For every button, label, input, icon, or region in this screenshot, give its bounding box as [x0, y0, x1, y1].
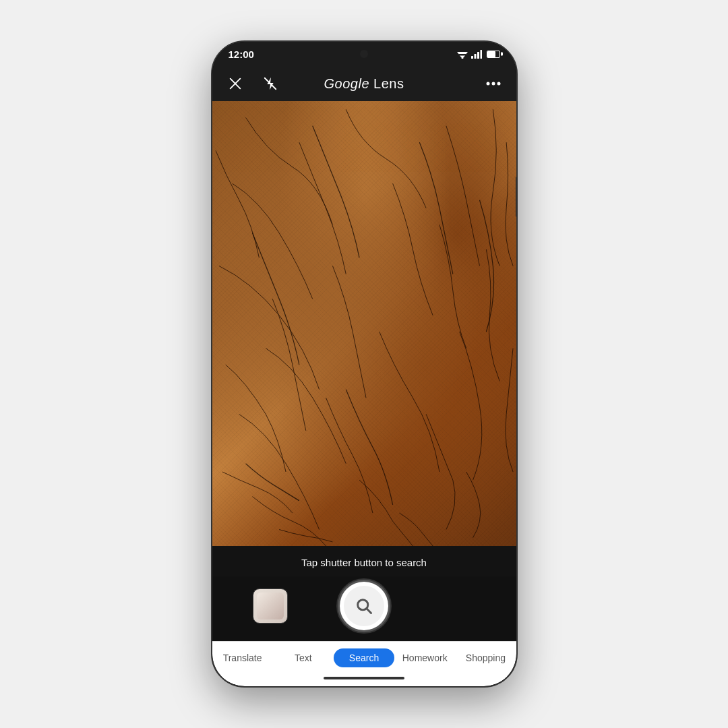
close-icon — [228, 76, 243, 91]
shutter-inner — [344, 586, 384, 626]
wifi-icon — [457, 50, 468, 59]
tab-text[interactable]: Text — [273, 648, 334, 667]
camera-view[interactable] — [212, 101, 516, 546]
flash-icon — [263, 76, 278, 91]
skin-texture-bg — [212, 101, 516, 546]
tabs-row: Translate Text Search Homework Shopping — [212, 641, 516, 673]
search-lens-icon — [355, 597, 373, 615]
svg-rect-4 — [471, 56, 473, 59]
camera-notch — [360, 50, 368, 58]
more-options-button[interactable] — [481, 71, 506, 96]
volume-button[interactable] — [516, 177, 518, 217]
status-icons — [457, 50, 500, 59]
home-bar — [324, 677, 404, 679]
gallery-thumbnail[interactable] — [253, 588, 288, 624]
tab-shopping[interactable]: Shopping — [455, 648, 516, 667]
bottom-section: Tap shutter button to search — [212, 546, 516, 686]
svg-point-12 — [486, 82, 489, 86]
battery-icon — [487, 51, 500, 58]
top-nav-bar: Google Lens — [212, 66, 516, 101]
tab-search[interactable]: Search — [334, 648, 394, 667]
tab-homework[interactable]: Homework — [394, 648, 455, 667]
top-bar-left — [223, 71, 282, 96]
svg-rect-6 — [477, 52, 479, 59]
app-title-lens: Lens — [369, 76, 404, 91]
shutter-button[interactable] — [340, 582, 388, 630]
flash-button[interactable] — [258, 71, 282, 96]
status-time: 12:00 — [229, 49, 254, 60]
tab-translate[interactable]: Translate — [212, 648, 273, 667]
app-title-google: Google — [324, 76, 370, 91]
gallery-thumb-image — [257, 593, 284, 619]
svg-rect-7 — [480, 50, 482, 59]
hint-text: Tap shutter button to search — [212, 546, 516, 576]
shutter-row — [212, 576, 516, 641]
phone-frame: 12:00 — [211, 40, 518, 688]
app-title: Google Lens — [324, 76, 404, 92]
svg-point-13 — [491, 82, 495, 86]
close-button[interactable] — [223, 71, 247, 96]
signal-icon — [471, 50, 482, 59]
more-options-icon — [486, 82, 501, 86]
home-indicator — [212, 673, 516, 686]
svg-rect-5 — [474, 54, 476, 59]
svg-point-14 — [497, 82, 500, 86]
status-bar: 12:00 — [212, 42, 516, 66]
phone-screen: 12:00 — [212, 42, 516, 686]
hair-overlay — [212, 101, 516, 546]
svg-line-16 — [367, 609, 371, 613]
